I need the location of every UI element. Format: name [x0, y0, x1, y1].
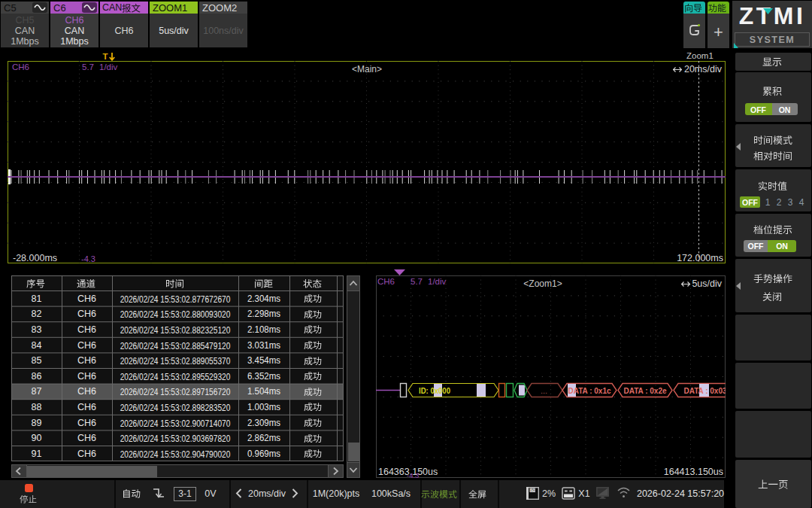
svg-text:...: ... [541, 386, 547, 395]
svg-text:DATA : 0x1c: DATA : 0x1c [568, 386, 612, 395]
svg-text:150: 150 [530, 488, 536, 492]
svg-text:DATA : 0x2e: DATA : 0x2e [624, 386, 667, 395]
svg-text:ID: 0x000: ID: 0x000 [419, 386, 450, 395]
svg-text:DATA : 0x03: DATA : 0x03 [684, 386, 726, 395]
